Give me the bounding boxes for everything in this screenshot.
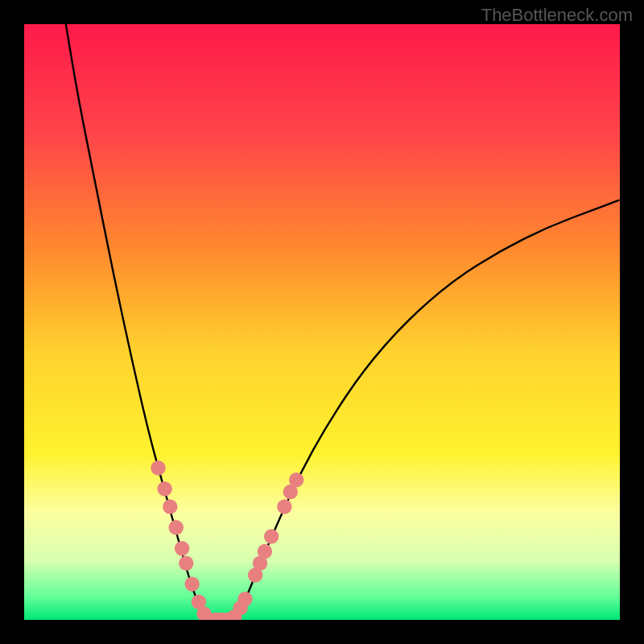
- chart-canvas: [24, 24, 620, 620]
- chart-svg: [24, 24, 620, 620]
- marker-point: [289, 473, 303, 487]
- marker-point: [179, 556, 193, 571]
- watermark-text: TheBottleneck.com: [481, 5, 633, 26]
- marker-point: [151, 460, 165, 475]
- marker-point: [237, 592, 252, 606]
- marker-point: [169, 520, 184, 535]
- marker-point: [157, 481, 171, 496]
- marker-point: [258, 544, 272, 559]
- marker-point: [163, 499, 177, 514]
- marker-point: [175, 541, 189, 555]
- chart-background: [24, 24, 620, 620]
- marker-point: [264, 529, 279, 543]
- marker-point: [184, 576, 199, 591]
- marker-point: [277, 499, 291, 514]
